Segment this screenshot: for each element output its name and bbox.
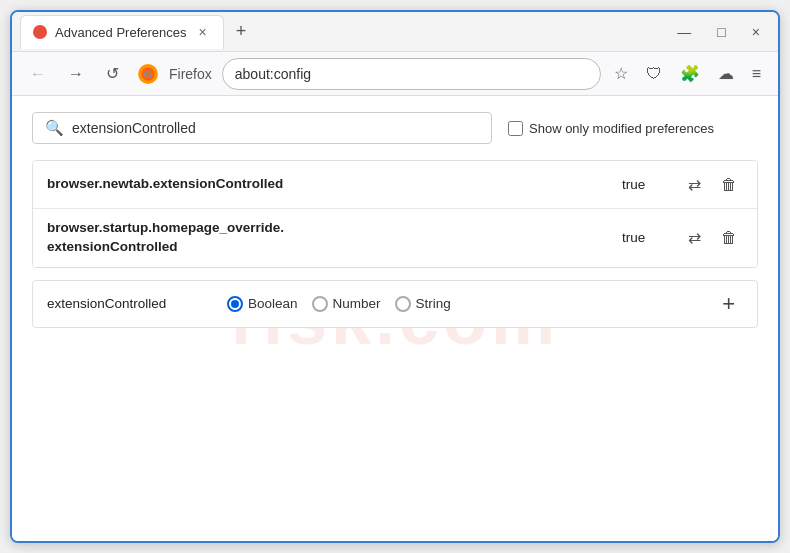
add-pref-button[interactable]: +	[714, 291, 743, 317]
search-icon: 🔍	[45, 119, 64, 137]
new-tab-button[interactable]: +	[228, 19, 255, 44]
table-row: browser.startup.homepage_override.extens…	[33, 209, 757, 267]
maximize-button[interactable]: □	[707, 20, 735, 44]
trash-icon-2: 🗑	[721, 229, 737, 247]
reload-button[interactable]: ↺	[98, 58, 127, 89]
forward-button[interactable]: →	[60, 59, 92, 89]
radio-boolean-circle	[227, 296, 243, 312]
trash-icon: 🗑	[721, 176, 737, 194]
tab-close-button[interactable]: ×	[195, 23, 211, 41]
show-modified-checkbox[interactable]	[508, 121, 523, 136]
tab-label: Advanced Preferences	[55, 25, 187, 40]
delete-pref-button-1[interactable]: 🗑	[715, 172, 743, 198]
address-text: about:config	[235, 66, 311, 82]
pref-actions-1: ⇄ 🗑	[682, 171, 743, 198]
pref-value-1: true	[622, 177, 672, 192]
minimize-button[interactable]: —	[667, 20, 701, 44]
shield-button[interactable]: 🛡	[639, 60, 669, 88]
add-pref-name: extensionControlled	[47, 296, 207, 311]
radio-number-circle	[312, 296, 328, 312]
toggle-icon-2: ⇄	[688, 228, 701, 247]
toolbar-icons: ☆ 🛡 🧩 ☁ ≡	[607, 59, 768, 88]
radio-boolean[interactable]: Boolean	[227, 296, 298, 312]
search-row: 🔍 Show only modified preferences	[32, 112, 758, 144]
radio-string-label: String	[416, 296, 451, 311]
show-modified-text: Show only modified preferences	[529, 121, 714, 136]
radio-string-circle	[395, 296, 411, 312]
window-controls: — □ ×	[667, 20, 770, 44]
search-input[interactable]	[72, 120, 479, 136]
delete-pref-button-2[interactable]: 🗑	[715, 225, 743, 251]
title-bar: Advanced Preferences × + — □ ×	[12, 12, 778, 52]
extension-button[interactable]: 🧩	[673, 59, 707, 88]
browser-window: Advanced Preferences × + — □ × ← → ↺ Fir…	[10, 10, 780, 543]
type-radio-group: Boolean Number String	[227, 296, 694, 312]
search-box-container: 🔍	[32, 112, 492, 144]
table-row: browser.newtab.extensionControlled true …	[33, 161, 757, 209]
active-tab[interactable]: Advanced Preferences ×	[20, 15, 224, 49]
nav-bar: ← → ↺ Firefox about:config ☆ 🛡 🧩 ☁ ≡	[12, 52, 778, 96]
tab-favicon	[33, 25, 47, 39]
radio-boolean-label: Boolean	[248, 296, 298, 311]
add-pref-row: extensionControlled Boolean Number Strin…	[32, 280, 758, 328]
toggle-icon: ⇄	[688, 175, 701, 194]
preferences-table: browser.newtab.extensionControlled true …	[32, 160, 758, 268]
show-modified-label[interactable]: Show only modified preferences	[508, 121, 714, 136]
bookmark-button[interactable]: ☆	[607, 59, 635, 88]
radio-number[interactable]: Number	[312, 296, 381, 312]
toggle-pref-button-2[interactable]: ⇄	[682, 224, 707, 251]
pref-name-2: browser.startup.homepage_override.extens…	[47, 219, 612, 257]
firefox-brand-label: Firefox	[169, 66, 212, 82]
firefox-logo	[137, 63, 159, 85]
radio-string[interactable]: String	[395, 296, 451, 312]
radio-number-label: Number	[333, 296, 381, 311]
toggle-pref-button-1[interactable]: ⇄	[682, 171, 707, 198]
menu-button[interactable]: ≡	[745, 60, 768, 88]
pref-value-2: true	[622, 230, 672, 245]
pref-name-1: browser.newtab.extensionControlled	[47, 175, 612, 194]
sync-button[interactable]: ☁	[711, 59, 741, 88]
page-content: risk.com 🔍 Show only modified preference…	[12, 96, 778, 541]
address-bar[interactable]: about:config	[222, 58, 601, 90]
back-button[interactable]: ←	[22, 59, 54, 89]
pref-actions-2: ⇄ 🗑	[682, 224, 743, 251]
close-window-button[interactable]: ×	[742, 20, 770, 44]
